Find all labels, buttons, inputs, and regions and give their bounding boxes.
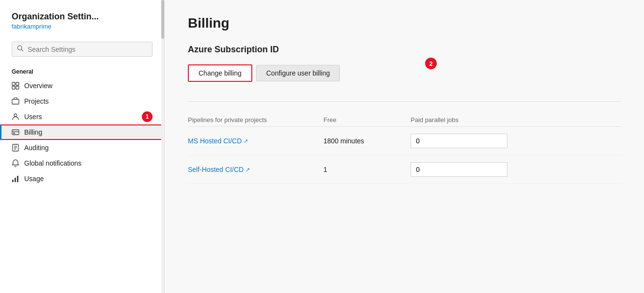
self-hosted-cicd-link[interactable]: Self-Hosted CI/CD ↗ [188,166,323,173]
external-link-icon-1: ↗ [244,138,248,144]
projects-icon [12,97,19,105]
svg-rect-2 [12,82,15,85]
svg-rect-8 [12,130,19,135]
self-hosted-paid-cell [411,162,621,177]
svg-rect-3 [16,82,19,85]
svg-rect-5 [16,86,19,89]
sidebar-item-billing[interactable]: Billing [0,124,164,140]
billing-icon [12,128,19,136]
section-title: Azure Subscription ID [188,45,621,55]
auditing-icon [12,144,19,152]
svg-rect-9 [13,133,15,134]
ms-hosted-cicd-link[interactable]: MS Hosted CI/CD ↗ [188,137,323,145]
sidebar-item-overview-label: Overview [24,82,52,90]
svg-rect-15 [15,178,16,182]
col-header-free: Free [323,116,411,123]
sidebar-item-billing-label: Billing [24,128,42,136]
external-link-icon-2: ↗ [245,167,250,173]
col-header-paid: Paid parallel jobs [411,116,621,123]
sidebar-header: Organization Settin... fabrikamprime [0,0,164,38]
sidebar-item-users-label: Users [24,113,42,121]
users-icon [12,113,19,121]
sidebar-item-usage-label: Usage [24,175,44,183]
configure-user-billing-button[interactable]: Configure user billing [256,65,340,81]
search-box[interactable] [12,42,153,57]
sidebar-item-projects[interactable]: Projects [0,93,164,109]
table-row: Self-Hosted CI/CD ↗ 1 [188,155,621,184]
main-content: Billing Azure Subscription ID Change bil… [165,0,644,293]
self-hosted-paid-input[interactable] [411,162,507,177]
svg-line-1 [21,49,23,51]
sidebar-item-users[interactable]: Users 1 [0,109,164,124]
button-row: Change billing Configure user billing 2 [188,64,621,82]
users-badge: 1 [142,111,153,122]
sidebar-item-projects-label: Projects [24,97,49,105]
svg-rect-6 [12,99,19,104]
sidebar-item-global-notifications[interactable]: Global notifications [0,155,164,171]
svg-rect-14 [12,180,14,182]
step-badge-2: 2 [425,58,437,69]
sidebar-item-global-notifications-label: Global notifications [24,159,81,167]
search-icon [17,45,24,53]
section-divider [188,101,621,102]
sidebar-item-overview[interactable]: Overview [0,78,164,93]
overview-icon [12,82,19,90]
sidebar-item-auditing[interactable]: Auditing [0,140,164,155]
sidebar-item-usage[interactable]: Usage [0,171,164,186]
page-title: Billing [188,15,621,31]
notifications-icon [12,159,19,167]
ms-hosted-paid-cell [411,134,621,148]
billing-table: Pipelines for private projects Free Paid… [188,113,621,184]
ms-hosted-paid-input[interactable] [411,134,507,148]
table-row: MS Hosted CI/CD ↗ 1800 minutes [188,127,621,155]
col-header-pipelines: Pipelines for private projects [188,116,323,123]
org-subtitle: fabrikamprime [12,23,153,30]
ms-hosted-free: 1800 minutes [323,137,411,145]
table-header: Pipelines for private projects Free Paid… [188,113,621,127]
org-title: Organization Settin... [12,12,153,22]
svg-point-7 [14,114,17,117]
usage-icon [12,175,19,183]
sidebar: Organization Settin... fabrikamprime Gen… [0,0,165,293]
self-hosted-free: 1 [323,166,411,173]
scrollbar-thumb[interactable] [161,0,164,39]
search-input[interactable] [28,46,147,53]
section-general-label: General [0,64,164,78]
svg-rect-4 [12,86,15,89]
sidebar-item-auditing-label: Auditing [24,144,49,152]
change-billing-button[interactable]: Change billing [188,64,252,82]
scrollbar-track [161,0,164,293]
svg-rect-16 [17,176,18,182]
